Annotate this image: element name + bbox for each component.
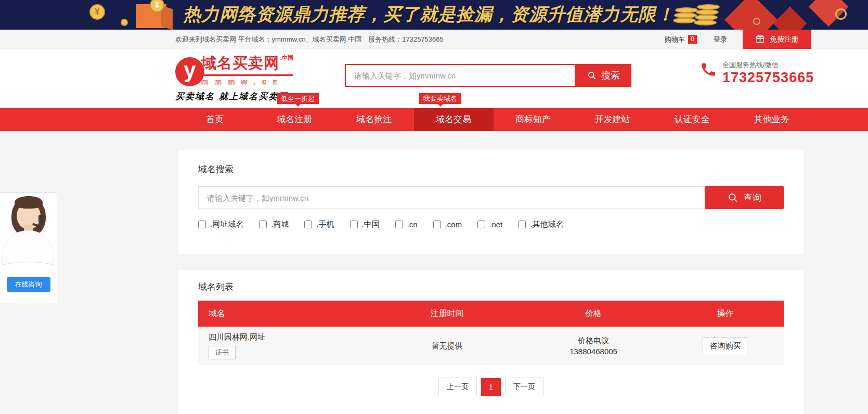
coin-stack-icon	[697, 4, 720, 10]
domain-query-input[interactable]	[198, 186, 705, 209]
header-search: 搜索	[345, 64, 631, 87]
phone-icon	[699, 60, 717, 78]
customer-service-photo	[0, 193, 56, 271]
nav-item-domain-trade[interactable]: 域名交易	[414, 108, 494, 131]
topbar: 欢迎来到域名买卖网 平台域名：ymmmw.cn、域名买卖网.中国 服务热线：17…	[0, 30, 868, 49]
filter-label: .手机	[316, 219, 334, 229]
site-header: y 域名买卖网 .中国 m m m w . c n 买卖域名 就上域名买卖网 低…	[0, 49, 868, 108]
site-logo[interactable]: y 域名买卖网 .中国 m m m w . c n 买卖域名 就上域名买卖网	[175, 53, 293, 102]
filter-checkbox[interactable]	[395, 221, 403, 228]
cs-person-fringe	[15, 196, 43, 209]
header-search-button[interactable]: 搜索	[576, 64, 631, 87]
coin-stack-icon	[694, 20, 717, 25]
hotline-label: 全国服务热线/微信	[722, 60, 814, 70]
filter-checkbox[interactable]	[259, 221, 267, 228]
filter-checkbox[interactable]	[518, 221, 526, 228]
promo-banner: ¥ ¥ 热力网络资源鼎力推荐，买了就是捡漏，资源升值潜力无限！	[0, 0, 868, 30]
price-phone: 13880468005	[520, 346, 667, 357]
column-domain: 域名	[198, 308, 374, 319]
coin-stack-icon	[695, 15, 718, 20]
column-reg-time: 注册时间	[374, 308, 521, 319]
filter-checkbox[interactable]	[433, 221, 441, 228]
filter-com[interactable]: .com	[433, 220, 462, 229]
filter-shangcheng[interactable]: .商城	[259, 219, 289, 229]
nav-item-other-services[interactable]: 其他业务	[732, 108, 811, 131]
reg-time-value: 暂无提供	[374, 341, 521, 351]
certificate-button[interactable]: 证书	[209, 346, 236, 359]
register-button[interactable]: 免费注册	[743, 30, 811, 49]
cart-label: 购物车	[665, 35, 685, 44]
filter-label: .网址域名	[210, 219, 243, 229]
cart-count-badge: 0	[688, 35, 697, 44]
current-page-button[interactable]: 1	[481, 378, 501, 396]
next-page-button[interactable]: 下一页	[505, 378, 543, 396]
filter-shouji[interactable]: .手机	[304, 219, 334, 229]
filter-cn[interactable]: .cn	[395, 220, 418, 229]
logo-suffix: .中国	[280, 54, 293, 62]
logo-tagline: 买卖域名 就上域名买卖网	[175, 90, 293, 102]
gift-icon	[755, 34, 765, 44]
welcome-text: 欢迎来到域名买卖网 平台域名：ymmmw.cn、域名买卖网.中国 服务热线：17…	[175, 35, 444, 44]
login-link[interactable]: 登录	[714, 35, 727, 44]
filter-label: .cn	[407, 220, 418, 229]
nav-item-domain-backorder[interactable]: 域名抢注	[334, 108, 414, 131]
column-price: 价格	[520, 308, 667, 319]
domain-search-card: 域名搜索 查询 .网址域名 .商城 .手机 .中国 .cn	[178, 150, 804, 254]
ring-icon	[835, 8, 847, 20]
domain-list-title: 域名列表	[198, 281, 784, 293]
online-consult-button[interactable]: 在线咨询	[7, 277, 50, 292]
filter-label: .商城	[271, 219, 289, 229]
gold-coin-icon: ¥	[89, 4, 105, 20]
headset-icon	[38, 215, 43, 223]
coin-stack-icon	[673, 18, 696, 23]
filter-checkbox[interactable]	[304, 221, 312, 228]
domain-list-card: 域名列表 域名 注册时间 价格 操作 四川园林网.网址 证书 暂无提供 价格电议…	[178, 270, 804, 414]
nav-item-home[interactable]: 首页	[175, 108, 255, 131]
promo-banner-text: 热力网络资源鼎力推荐，买了就是捡漏，资源升值潜力无限！	[183, 3, 675, 27]
pagination: 上一页 1 下一页	[198, 378, 784, 396]
hotline-block: 全国服务热线/微信 17325753665	[699, 60, 814, 86]
table-header: 域名 注册时间 价格 操作	[198, 301, 784, 327]
price-negotiable: 价格电议	[520, 335, 667, 346]
filter-label: .com	[445, 220, 462, 229]
filter-net[interactable]: .net	[477, 220, 502, 229]
filter-checkbox[interactable]	[477, 221, 485, 228]
search-icon	[587, 71, 597, 80]
nav-item-domain-register[interactable]: 域名注册	[255, 108, 334, 131]
register-label: 免费注册	[770, 35, 799, 44]
filter-other[interactable]: .其他域名	[518, 219, 563, 229]
filter-checkbox[interactable]	[350, 221, 358, 228]
filter-label: .net	[489, 220, 502, 229]
red-packet-icon	[724, 0, 778, 30]
discount-tag[interactable]: 低至一折起	[277, 93, 319, 104]
nav-item-site-building[interactable]: 开发建站	[573, 108, 652, 131]
sell-domain-tag[interactable]: 我要卖域名	[419, 93, 461, 104]
filter-zhongguo[interactable]: .中国	[350, 219, 380, 229]
customer-service-widget: 在线咨询	[0, 192, 57, 303]
logo-domain-letters: m m m w . c n	[201, 77, 293, 86]
header-search-label: 搜索	[601, 69, 620, 82]
coin-stack-icon	[675, 7, 698, 13]
filter-label: .中国	[362, 219, 380, 229]
logo-title: 域名买卖网	[201, 53, 279, 74]
domain-query-button[interactable]: 查询	[705, 186, 784, 209]
coin-stack-icon	[696, 9, 719, 15]
search-icon	[728, 192, 738, 203]
domain-name[interactable]: 四川园林网.网址	[209, 332, 374, 342]
nav-item-certification[interactable]: 认证安全	[652, 108, 732, 131]
column-action: 操作	[667, 308, 784, 319]
prev-page-button[interactable]: 上一页	[438, 378, 477, 396]
consult-buy-button[interactable]: 咨询购买	[703, 337, 747, 355]
filter-checkbox[interactable]	[198, 221, 206, 228]
red-packet-icon	[773, 6, 807, 30]
filter-label: .其他域名	[530, 219, 563, 229]
cart-link[interactable]: 购物车 0	[665, 35, 697, 44]
table-row: 四川园林网.网址 证书 暂无提供 价格电议 13880468005 咨询购买	[198, 327, 784, 365]
nav-item-trademark[interactable]: 商标知产	[494, 108, 573, 131]
coin-stack-icon	[674, 12, 697, 18]
hotline-number: 17325753665	[722, 70, 814, 86]
domain-search-title: 域名搜索	[198, 163, 784, 175]
domain-table: 域名 注册时间 价格 操作 四川园林网.网址 证书 暂无提供 价格电议 1388…	[198, 301, 784, 365]
header-search-input[interactable]	[345, 64, 576, 87]
filter-wangzhi[interactable]: .网址域名	[198, 219, 243, 229]
